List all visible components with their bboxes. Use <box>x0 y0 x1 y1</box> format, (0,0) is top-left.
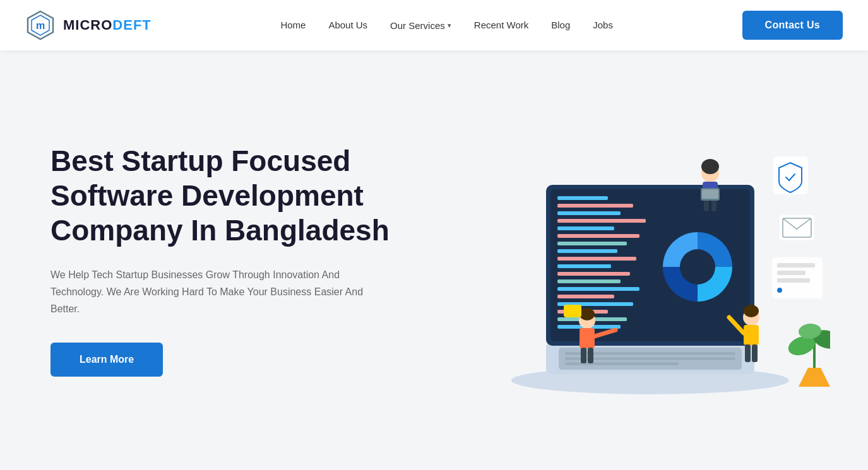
nav-blog[interactable]: Blog <box>551 20 570 31</box>
svg-rect-20 <box>557 264 611 268</box>
nav-services-label: Our Services <box>390 20 445 31</box>
svg-rect-57 <box>777 278 810 283</box>
svg-rect-49 <box>752 344 758 362</box>
hero-title: Best Startup Focused Software Developmen… <box>51 144 404 249</box>
svg-rect-47 <box>744 325 759 345</box>
svg-rect-42 <box>588 348 593 363</box>
hero-content: Best Startup Focused Software Developmen… <box>51 144 404 377</box>
svg-rect-44 <box>564 305 581 317</box>
nav-home[interactable]: Home <box>280 20 306 31</box>
chevron-down-icon: ▾ <box>448 21 451 30</box>
nav-jobs[interactable]: Jobs <box>593 20 613 31</box>
nav-about[interactable]: About Us <box>328 20 367 31</box>
hero-illustration <box>464 109 830 412</box>
nav-about-link[interactable]: About Us <box>328 20 367 30</box>
svg-point-58 <box>777 288 782 293</box>
svg-rect-23 <box>557 287 639 291</box>
svg-rect-19 <box>557 257 636 261</box>
svg-rect-14 <box>557 219 646 223</box>
hero-svg <box>464 109 830 412</box>
svg-rect-17 <box>557 242 627 245</box>
brand-logo[interactable]: m MICRODEFT <box>25 10 152 40</box>
svg-rect-16 <box>557 234 639 238</box>
svg-text:m: m <box>36 20 45 31</box>
svg-rect-18 <box>557 249 617 253</box>
svg-rect-55 <box>777 263 815 267</box>
svg-rect-56 <box>777 271 806 275</box>
nav-services[interactable]: Our Services ▾ <box>390 20 451 31</box>
svg-rect-41 <box>581 348 586 363</box>
nav-work-link[interactable]: Recent Work <box>474 20 528 30</box>
navbar: m MICRODEFT Home About Us Our Services ▾… <box>0 0 868 50</box>
svg-rect-22 <box>557 279 621 283</box>
contact-us-button[interactable]: Contact Us <box>742 11 843 40</box>
svg-rect-37 <box>702 189 718 199</box>
hero-section: Best Startup Focused Software Developmen… <box>0 50 868 470</box>
svg-rect-12 <box>557 204 633 208</box>
svg-point-39 <box>580 308 595 320</box>
svg-rect-21 <box>557 272 630 276</box>
logo-text: MICRODEFT <box>63 17 152 33</box>
svg-rect-40 <box>580 328 595 348</box>
nav-work[interactable]: Recent Work <box>474 20 528 31</box>
hero-subtitle: We Help Tech Startup Businesses Grow Thr… <box>51 266 366 318</box>
svg-point-30 <box>680 249 715 285</box>
svg-rect-24 <box>557 295 614 298</box>
logo-icon: m <box>25 10 56 40</box>
svg-point-32 <box>701 159 719 174</box>
nav-blog-link[interactable]: Blog <box>551 20 570 30</box>
learn-more-button[interactable]: Learn More <box>51 343 163 377</box>
main-nav: Home About Us Our Services ▾ Recent Work… <box>280 20 613 31</box>
svg-point-46 <box>744 305 759 317</box>
svg-rect-13 <box>557 211 621 215</box>
svg-rect-52 <box>780 215 814 240</box>
nav-home-link[interactable]: Home <box>280 20 306 30</box>
svg-rect-15 <box>557 226 614 230</box>
svg-rect-11 <box>557 196 608 200</box>
svg-rect-48 <box>745 344 751 362</box>
nav-jobs-link[interactable]: Jobs <box>593 20 613 30</box>
